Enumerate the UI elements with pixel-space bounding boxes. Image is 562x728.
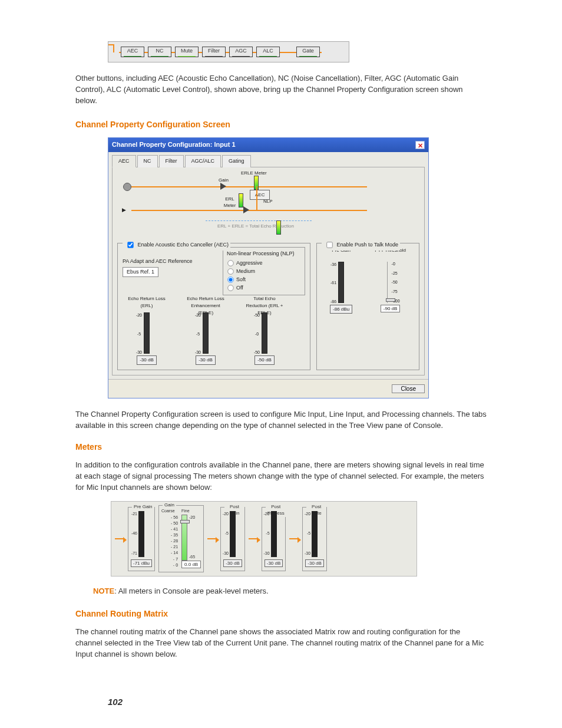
meter: Echo Return Loss Enhancement (ERLE) -20-… xyxy=(185,295,226,365)
erl-mini-meter xyxy=(239,193,243,207)
ptt-fieldset: Enable Push to Talk Mode Pre Gain -36-61… xyxy=(316,243,419,370)
close-button[interactable]: Close xyxy=(392,384,425,393)
heading-routing: Channel Routing Matrix xyxy=(75,608,487,620)
total-mini-meter xyxy=(276,220,281,235)
paragraph-buttons: Other buttons, including AEC (Acoustic E… xyxy=(75,73,487,107)
heading-meters: Meters xyxy=(75,441,487,453)
nc-button[interactable]: NC xyxy=(148,47,171,57)
ptt-threshold-reading[interactable]: -90 dB xyxy=(381,305,401,313)
ptt-threshold-slider[interactable]: PTT Threshold -0-25-50-75-100 -90 dB xyxy=(375,247,406,314)
nlp-option-medium[interactable]: Medium xyxy=(227,268,301,275)
config-window: Channel Property Configuration: Input 1 … xyxy=(108,137,429,398)
meter: Total Echo Reduction (ERL + ERLE) -50-0-… xyxy=(244,295,285,365)
fine-gain-slider[interactable] xyxy=(181,515,187,561)
aec-fieldset: Enable Acoustic Echo Canceller (AEC) Non… xyxy=(117,243,310,370)
paragraph-meters: In addition to the configuration control… xyxy=(75,460,487,493)
tab-nc[interactable]: NC xyxy=(137,155,158,167)
alc-button[interactable]: ALC xyxy=(256,47,280,57)
fine-gain-reading[interactable]: 0.0 dB xyxy=(181,561,201,569)
flow-arrow xyxy=(249,538,258,539)
aec-button[interactable]: AEC xyxy=(121,47,144,57)
window-title: Channel Property Configuration: Input 1 xyxy=(112,140,236,150)
tab-filter[interactable]: Filter xyxy=(159,155,184,167)
tab-agcalc[interactable]: AGC/ALC xyxy=(185,155,222,167)
pre-gain-box: Pre Gain -21-46-71 -71 dBu xyxy=(128,507,155,572)
flow-arrow xyxy=(289,538,299,539)
enable-ptt-checkbox[interactable]: Enable Push to Talk Mode xyxy=(322,239,400,251)
signal-toolbar: AECNCMuteFilterAGCALCGate xyxy=(108,41,349,62)
pre-gain-reading: -86 dBu xyxy=(330,305,352,314)
flow-arrow xyxy=(115,538,124,539)
filter-button[interactable]: Filter xyxy=(202,47,226,57)
meter: Echo Return Loss (ERL) -20-5-30 -30 dB xyxy=(126,295,167,365)
tab-gating[interactable]: Gating xyxy=(222,155,251,167)
erl-meter-label: ERL Meter xyxy=(221,196,239,209)
nlp-title: Non-linear Processing (NLP) xyxy=(227,250,301,258)
nlp-option-soft[interactable]: Soft xyxy=(227,276,301,284)
post-process-box: Post Process -20-5-30 -30 dB xyxy=(262,507,286,572)
pre-gain-meter: Pre Gain -36-61-86 -86 dBu xyxy=(330,247,352,314)
gain2-icon xyxy=(243,206,249,213)
post-gain-box: Post Gain -20-5-30 -30 dB xyxy=(220,507,245,572)
mic-icon xyxy=(123,183,131,191)
wire-in xyxy=(108,42,119,62)
diagram-footer: ERL + ERLE = Total Echo Reduction xyxy=(217,223,294,230)
meters-strip: Pre Gain -21-46-71 -71 dBu Gain Coarse -… xyxy=(111,501,417,577)
flow-arrow xyxy=(207,538,217,539)
tab-aec[interactable]: AEC xyxy=(112,155,136,167)
heading-config: Channel Property Configuration Screen xyxy=(75,118,487,130)
nlp-group: Non-linear Processing (NLP) AggressiveMe… xyxy=(223,247,305,296)
tab-body-aec: ERLE Meter Gain AEC ERL Meter NLP ▶ ERL … xyxy=(112,167,425,375)
post-gate-box: Post Gate -20-5-30 -30 dB xyxy=(302,507,327,572)
agc-button[interactable]: AGC xyxy=(229,47,253,57)
signal-diagram: ERLE Meter Gain AEC ERL Meter NLP ▶ ERL … xyxy=(117,172,419,237)
nlp-label: NLP xyxy=(263,198,273,205)
window-titlebar: Channel Property Configuration: Input 1 … xyxy=(108,138,428,152)
page-number: 102 xyxy=(108,696,487,709)
gain-label: Gain xyxy=(219,177,229,184)
paragraph-config: The Channel Property Configuration scree… xyxy=(75,409,487,431)
gain-icon xyxy=(220,183,226,190)
gain-box: Gain Coarse - 56- 50- 41- 35- 28- 21- 14… xyxy=(158,505,204,572)
note-line: NOTE: All meters in Console are peak-lev… xyxy=(93,586,487,597)
paragraph-routing: The channel routing matrix of the Channe… xyxy=(75,627,487,660)
close-icon[interactable]: ✕ xyxy=(415,141,425,149)
nlp-option-off[interactable]: Off xyxy=(227,284,301,292)
mute-button[interactable]: Mute xyxy=(175,47,199,57)
speaker-icon: ▶ xyxy=(122,206,130,215)
gate-button[interactable]: Gate xyxy=(296,47,320,57)
tab-strip: AECNCFilterAGC/ALCGating xyxy=(112,154,425,167)
pa-reference-value[interactable]: Ebus Ref. 1 xyxy=(123,267,158,277)
enable-aec-checkbox[interactable]: Enable Acoustic Echo Canceller (AEC) xyxy=(123,239,230,251)
nlp-option-aggressive[interactable]: Aggressive xyxy=(227,259,301,267)
